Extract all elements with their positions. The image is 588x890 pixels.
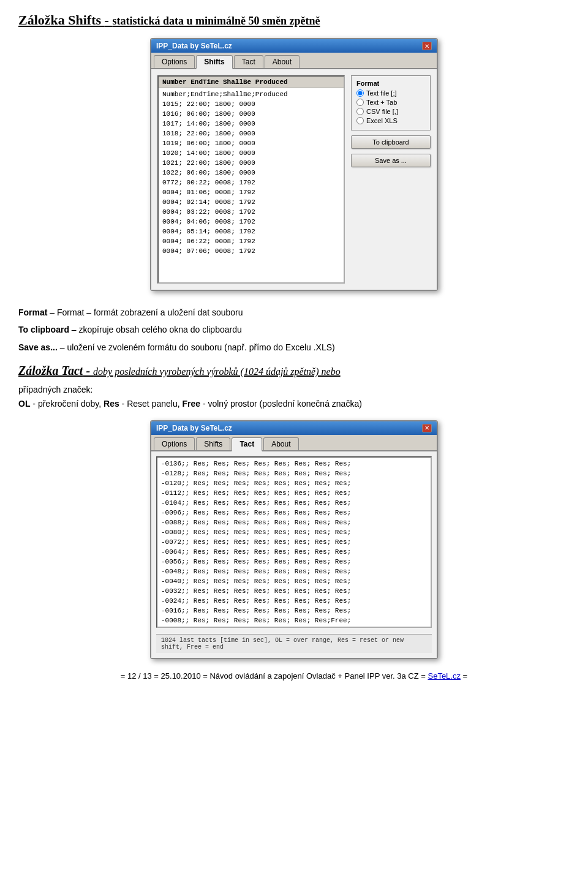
- page-footer: = 12 / 13 = 25.10.2010 = Návod ovládání …: [18, 671, 570, 681]
- tab-options-shifts[interactable]: Options: [154, 55, 195, 68]
- table-row: 0004; 02:14; 0008; 1792: [162, 197, 340, 207]
- format-desc: Format – Format – formát zobrazení a ulo…: [18, 306, 570, 319]
- table-row: -0104;; Res; Res; Res; Res; Res; Res; Re…: [161, 498, 427, 508]
- table-row: -0088;; Res; Res; Res; Res; Res; Res; Re…: [161, 518, 427, 527]
- shifts-dialog: IPP_Data by SeTeL.cz ✕ Options Shifts Ta…: [150, 38, 438, 291]
- shifts-right-panel: Format Text file [;] Text + Tab CSV file…: [351, 75, 431, 284]
- format-option-excel[interactable]: Excel XLS: [356, 117, 425, 124]
- table-row: 0004; 03:22; 0008; 1792: [162, 207, 340, 217]
- format-radio-csv[interactable]: [356, 108, 364, 115]
- tab-shifts[interactable]: Shifts: [196, 55, 232, 69]
- table-row: -0120;; Res; Res; Res; Res; Res; Res; Re…: [161, 478, 427, 488]
- table-row: -0008;; Res; Res; Res; Res; Res; Res; Re…: [161, 616, 427, 625]
- clipboard-button[interactable]: To clipboard: [351, 135, 431, 149]
- format-label: Format: [356, 80, 425, 87]
- clipboard-desc: To clipboard – zkopíruje obsah celého ok…: [18, 323, 570, 336]
- table-row: -0048;; Res; Res; Res; Res; Res; Res; Re…: [161, 567, 427, 576]
- table-row: -0112;; Res; Res; Res; Res; Res; Res; Re…: [161, 488, 427, 498]
- page-title: Záložka Shifts - statistická data u mini…: [18, 12, 570, 28]
- tact-tabs: Options Shifts Tact About: [151, 435, 437, 451]
- tab-about-tact[interactable]: About: [263, 437, 298, 450]
- table-row: -0024;; Res; Res; Res; Res; Res; Res; Re…: [161, 596, 427, 606]
- format-label-text-semicolon: Text file [;]: [366, 89, 397, 97]
- tab-tact[interactable]: Tact: [232, 437, 262, 451]
- table-row: 0004; 04:06; 0008; 1792: [162, 217, 340, 227]
- table-row: -0136;; Res; Res; Res; Res; Res; Res; Re…: [161, 459, 427, 469]
- tact-dialog-titlebar: IPP_Data by SeTeL.cz ✕: [151, 421, 437, 435]
- table-row: 1022; 06:00; 1800; 0000: [162, 168, 340, 178]
- format-radio-text-tab[interactable]: [356, 99, 364, 106]
- table-row: -0016;; Res; Res; Res; Res; Res; Res; Re…: [161, 606, 427, 616]
- format-group: Format Text file [;] Text + Tab CSV file…: [351, 75, 431, 130]
- table-row: 0772; 00:22; 0008; 1792: [162, 178, 340, 187]
- format-option-text-tab[interactable]: Text + Tab: [356, 99, 425, 106]
- format-radio-excel[interactable]: [356, 117, 364, 124]
- footer-text: = 12 / 13 = 25.10.2010 = Návod ovládání …: [18, 671, 570, 681]
- tab-options-tact[interactable]: Options: [154, 437, 195, 450]
- shifts-dialog-title: IPP_Data by SeTeL.cz: [156, 42, 232, 50]
- table-row: 1020; 14:00; 1800; 0000: [162, 148, 340, 158]
- table-row: 1019; 06:00; 1800; 0000: [162, 138, 340, 148]
- shifts-data-area: Number EndTime ShallBe Produced Number;E…: [157, 75, 345, 284]
- format-label-csv: CSV file [,]: [366, 108, 398, 115]
- shifts-data-body[interactable]: Number;EndTime;ShallBe;Produced 1015; 22…: [159, 88, 344, 278]
- shifts-close-button[interactable]: ✕: [422, 42, 432, 50]
- format-option-csv[interactable]: CSV file [,]: [356, 108, 425, 115]
- table-row: 0004; 05:14; 0008; 1792: [162, 227, 340, 236]
- shifts-tabs: Options Shifts Tact About: [151, 53, 437, 69]
- tact-dialog: IPP_Data by SeTeL.cz ✕ Options Shifts Ta…: [150, 420, 438, 659]
- format-label-text-tab: Text + Tab: [366, 99, 397, 106]
- table-row: -0080;; Res; Res; Res; Res; Res; Res; Re…: [161, 527, 427, 537]
- tab-tact-shifts[interactable]: Tact: [234, 55, 263, 68]
- saveas-desc: Save as... – uložení ve zvoleném formátu…: [18, 341, 570, 354]
- tact-footer: 1024 last tacts [time in sec], OL = over…: [156, 634, 432, 653]
- table-row: 1021; 22:00; 1800; 0000: [162, 158, 340, 168]
- table-row: -0096;; Res; Res; Res; Res; Res; Res; Re…: [161, 508, 427, 518]
- table-row: -0032;; Res; Res; Res; Res; Res; Res; Re…: [161, 586, 427, 596]
- setel-link[interactable]: SeTeL.cz: [428, 671, 460, 681]
- tact-dialog-title: IPP_Data by SeTeL.cz: [156, 424, 232, 432]
- table-row: -0128;; Res; Res; Res; Res; Res; Res; Re…: [161, 469, 427, 478]
- format-label-excel: Excel XLS: [366, 117, 398, 124]
- tab-about-shifts[interactable]: About: [265, 55, 300, 68]
- shifts-dialog-titlebar: IPP_Data by SeTeL.cz ✕: [151, 39, 437, 53]
- table-row: 1018; 22:00; 1800; 0000: [162, 129, 340, 138]
- tact-desc: případných značek: OL - překročení doby,…: [18, 383, 570, 410]
- shifts-dialog-content: Number EndTime ShallBe Produced Number;E…: [151, 69, 437, 290]
- table-row: -0056;; Res; Res; Res; Res; Res; Res; Re…: [161, 557, 427, 567]
- table-row: -0040;; Res; Res; Res; Res; Res; Res; Re…: [161, 576, 427, 586]
- tact-dialog-content: -0136;; Res; Res; Res; Res; Res; Res; Re…: [151, 451, 437, 658]
- saveas-button[interactable]: Save as ...: [351, 154, 431, 167]
- table-row: -0072;; Res; Res; Res; Res; Res; Res; Re…: [161, 537, 427, 547]
- shifts-description: Format – Format – formát zobrazení a ulo…: [18, 306, 570, 354]
- table-row: 1016; 06:00; 1800; 0000: [162, 109, 340, 119]
- tact-desc-line2: případných značek: OL - překročení doby,…: [18, 383, 570, 410]
- tact-data-body[interactable]: -0136;; Res; Res; Res; Res; Res; Res; Re…: [157, 458, 431, 627]
- format-option-text-semicolon[interactable]: Text file [;]: [356, 89, 425, 97]
- table-row: 1017; 14:00; 1800; 0000: [162, 119, 340, 129]
- table-row: 1015; 22:00; 1800; 0000: [162, 99, 340, 109]
- shifts-data-header: Number EndTime ShallBe Produced: [159, 77, 344, 88]
- tab-shifts-tact[interactable]: Shifts: [196, 437, 230, 450]
- table-row: 0004; 01:06; 0008; 1792: [162, 187, 340, 197]
- table-row: 0004; 06:22; 0008; 1792: [162, 236, 340, 246]
- tact-data-area: -0136;; Res; Res; Res; Res; Res; Res; Re…: [156, 456, 432, 628]
- tact-titlebar-buttons: ✕: [422, 424, 432, 432]
- format-radio-text-semicolon[interactable]: [356, 89, 364, 97]
- shifts-titlebar-buttons: ✕: [422, 42, 432, 50]
- table-row: Number;EndTime;ShallBe;Produced: [162, 89, 340, 99]
- tact-close-button[interactable]: ✕: [422, 424, 432, 432]
- table-row: 0004; 07:06; 0008; 1792: [162, 246, 340, 256]
- tact-heading: Záložka Tact - doby posledních vyrobenýc…: [18, 364, 570, 378]
- table-row: -0064;; Res; Res; Res; Res; Res; Res; Re…: [161, 547, 427, 557]
